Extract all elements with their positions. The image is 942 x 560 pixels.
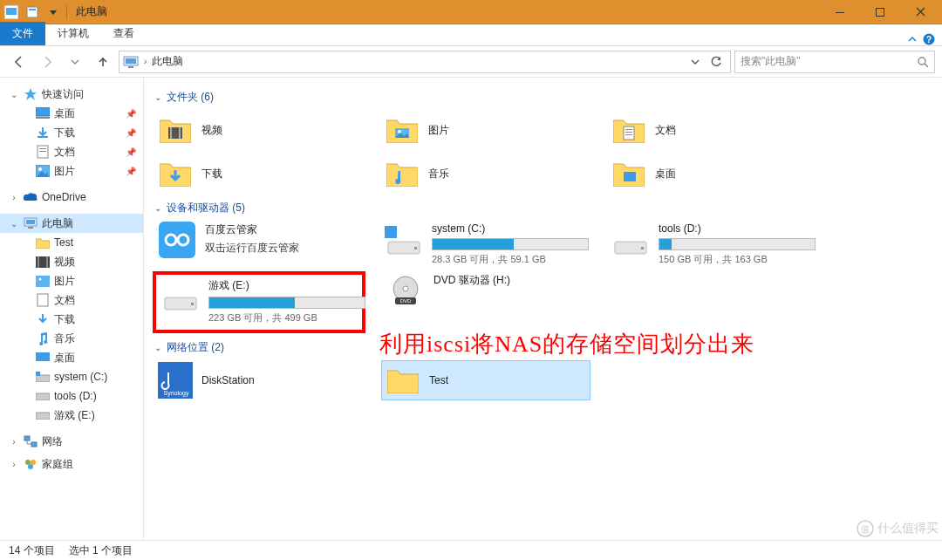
svg-text:DVD: DVD	[400, 298, 412, 304]
sidebar: ⌄ 快速访问 桌面📌 下载📌 文档📌 图片📌 ›OneDrive ⌄此电脑 Te…	[0, 78, 144, 540]
help-icon[interactable]: ?	[923, 33, 935, 45]
folder-videos[interactable]: 视频	[154, 110, 364, 150]
content-pane: ⌄文件夹 (6) 视频 图片 文档 下载 音乐	[144, 78, 942, 540]
svg-rect-9	[126, 58, 136, 64]
search-icon	[917, 56, 929, 68]
ribbon-expand-icon[interactable]	[907, 34, 918, 44]
svg-point-11	[918, 58, 925, 65]
sidebar-item-documents-pc[interactable]: 文档	[0, 290, 143, 310]
svg-point-60	[403, 286, 408, 291]
tab-view[interactable]: 查看	[101, 22, 147, 45]
drive-usage-bar	[432, 238, 589, 250]
device-dvd[interactable]: DVD DVD 驱动器 (H:)	[383, 271, 592, 333]
drive-icon	[161, 278, 200, 313]
device-drive-d[interactable]: tools (D:)150 GB 可用，共 163 GB	[608, 221, 817, 268]
search-box[interactable]: 搜索"此电脑"	[734, 51, 935, 73]
svg-rect-12	[36, 107, 50, 116]
svg-rect-26	[36, 276, 50, 287]
sidebar-item-pictures-pc[interactable]: 图片	[0, 271, 143, 290]
svg-point-36	[25, 460, 31, 465]
folder-icon	[386, 363, 420, 398]
tab-computer[interactable]: 计算机	[45, 22, 101, 45]
breadcrumb[interactable]: 此电脑	[152, 54, 183, 69]
svg-point-19	[38, 167, 42, 171]
device-drive-c[interactable]: system (C:)28.3 GB 可用，共 59.1 GB	[381, 221, 590, 268]
sidebar-item-drive-e[interactable]: 游戏 (E:)	[0, 406, 143, 425]
svg-rect-2	[27, 7, 38, 17]
pin-icon: 📌	[126, 167, 136, 176]
group-folders-header[interactable]: ⌄文件夹 (6)	[154, 90, 932, 105]
folder-documents[interactable]: 文档	[608, 110, 817, 150]
svg-rect-24	[38, 256, 39, 268]
svg-rect-44	[624, 126, 634, 140]
svg-text:值: 值	[861, 524, 870, 534]
sidebar-item-music[interactable]: 音乐	[0, 329, 143, 348]
svg-rect-31	[36, 372, 40, 376]
svg-rect-35	[31, 442, 37, 447]
folder-music[interactable]: 音乐	[381, 154, 590, 194]
nav-back-button[interactable]	[7, 51, 31, 72]
synology-icon: Synology	[158, 363, 193, 398]
svg-rect-17	[39, 151, 46, 152]
netloc-diskstation[interactable]: Synology DiskStation	[154, 360, 364, 400]
tab-file[interactable]: 文件	[0, 22, 45, 45]
close-button[interactable]	[900, 0, 940, 24]
sidebar-this-pc[interactable]: ⌄此电脑	[0, 214, 143, 233]
status-item-count: 14 个项目	[9, 543, 55, 558]
device-drive-e[interactable]: 游戏 (E:)223 GB 可用，共 499 GB	[158, 277, 360, 326]
titlebar: 此电脑	[0, 0, 942, 24]
nav-history-button[interactable]	[63, 51, 87, 72]
sidebar-item-videos[interactable]: 视频	[0, 252, 143, 271]
svg-text:Synology: Synology	[164, 390, 189, 397]
svg-rect-58	[191, 303, 194, 305]
sidebar-homegroup[interactable]: ›家庭组	[0, 454, 143, 474]
baidu-icon	[158, 222, 196, 257]
addr-dropdown-button[interactable]	[685, 51, 706, 72]
nav-forward-button[interactable]	[35, 51, 59, 72]
netloc-test[interactable]: Test	[381, 360, 590, 400]
pin-icon: 📌	[126, 109, 136, 119]
svg-rect-45	[625, 129, 632, 130]
drive-icon	[385, 222, 423, 257]
sidebar-item-drive-c[interactable]: system (C:)	[0, 367, 143, 386]
qa-properties-icon[interactable]	[23, 3, 42, 21]
svg-rect-25	[46, 256, 48, 268]
svg-rect-16	[39, 148, 46, 149]
ribbon-tabs: 文件 计算机 查看 ?	[0, 24, 942, 46]
svg-rect-54	[414, 247, 417, 249]
svg-rect-40	[170, 127, 172, 139]
svg-rect-46	[625, 132, 632, 133]
address-bar[interactable]: › 此电脑	[119, 51, 731, 73]
folder-desktop[interactable]: 桌面	[608, 154, 817, 194]
sidebar-quick-access[interactable]: ⌄ 快速访问	[0, 85, 143, 104]
sidebar-item-desktop[interactable]: 桌面📌	[0, 104, 143, 123]
svg-rect-3	[29, 9, 36, 10]
folder-downloads[interactable]: 下载	[154, 154, 364, 194]
folder-pictures[interactable]: 图片	[381, 110, 590, 150]
device-baidu[interactable]: 百度云管家双击运行百度云管家	[154, 221, 364, 268]
sidebar-item-test[interactable]: Test	[0, 233, 143, 252]
sidebar-network[interactable]: ›网络	[0, 432, 143, 451]
sidebar-item-downloads-pc[interactable]: 下载	[0, 310, 143, 329]
folder-icon	[158, 156, 193, 191]
sidebar-item-desktop-pc[interactable]: 桌面	[0, 348, 143, 367]
folder-icon	[611, 156, 646, 191]
minimize-button[interactable]	[820, 0, 860, 24]
maximize-button[interactable]	[860, 0, 900, 24]
sidebar-item-documents[interactable]: 文档📌	[0, 142, 143, 161]
qa-dropdown-icon[interactable]	[44, 3, 63, 21]
status-selected-count: 选中 1 个项目	[69, 543, 133, 558]
folder-icon	[611, 113, 646, 147]
sidebar-item-drive-d[interactable]: tools (D:)	[0, 386, 143, 406]
sidebar-item-downloads[interactable]: 下载📌	[0, 123, 143, 142]
folder-icon	[385, 113, 420, 147]
svg-point-37	[31, 460, 36, 465]
group-devices-header[interactable]: ⌄设备和驱动器 (5)	[154, 201, 932, 215]
sidebar-onedrive[interactable]: ›OneDrive	[0, 188, 143, 207]
nav-up-button[interactable]	[91, 51, 115, 72]
sidebar-item-pictures[interactable]: 图片📌	[0, 161, 143, 181]
refresh-button[interactable]	[706, 51, 727, 72]
svg-text:?: ?	[926, 35, 932, 44]
svg-rect-21	[26, 220, 35, 224]
svg-point-27	[39, 277, 42, 280]
